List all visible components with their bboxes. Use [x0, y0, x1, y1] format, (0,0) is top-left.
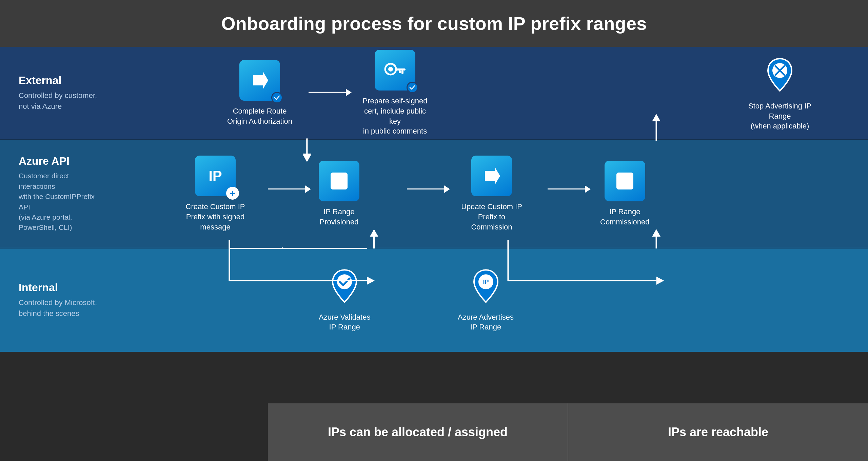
- svg-rect-4: [401, 71, 403, 74]
- external-desc: Controlled by customer, not via Azure: [19, 90, 102, 112]
- advertises-icon-wrap: IP: [469, 268, 503, 307]
- internal-content: Azure ValidatesIP Range IP Azure Adverti…: [108, 248, 868, 352]
- arrow-azure-3-4: [548, 185, 591, 193]
- arrow-azure-1-2: [268, 185, 311, 193]
- step-complete-roa: Complete RouteOrigin Authorization: [227, 60, 292, 126]
- row-azure: Azure API Customer direct interactionswi…: [0, 140, 868, 248]
- diagram-wrapper: External Controlled by customer, not via…: [0, 47, 868, 403]
- step-prepare-cert-icon-wrap: [375, 50, 415, 91]
- location-check-icon: [328, 268, 361, 305]
- key-icon: [384, 62, 406, 79]
- row-internal: Internal Controlled by Microsoft,behind …: [0, 248, 868, 352]
- external-title: External: [19, 74, 102, 87]
- internal-title: Internal: [19, 281, 102, 294]
- step-stop-advertising: Stop Advertising IP Range(when applicabl…: [744, 57, 815, 131]
- advertises-label: Azure AdvertisesIP Range: [458, 312, 514, 332]
- update-ip-tile: [471, 156, 512, 196]
- svg-marker-0: [253, 72, 268, 89]
- step-ip-commissioned-icon-wrap: [605, 161, 645, 201]
- ip-provisioned-tile: [319, 161, 359, 201]
- svg-rect-5: [399, 71, 401, 73]
- label-internal: Internal Controlled by Microsoft,behind …: [0, 248, 108, 352]
- status-allocatable-text: IPs can be allocated / assigned: [328, 425, 508, 439]
- update-ip-label: Update Custom IPPrefix to Commission: [458, 202, 526, 232]
- step-create-ip-icon-wrap: IP +: [195, 156, 236, 196]
- step-azure-validates: Azure ValidatesIP Range: [319, 268, 370, 332]
- ip-provisioned-label: IP RangeProvisioned: [320, 207, 359, 227]
- step-ip-provisioned: IP RangeProvisioned: [319, 161, 359, 227]
- row-external: External Controlled by customer, not via…: [0, 47, 868, 140]
- ip-text-icon: IP: [209, 169, 222, 183]
- validates-label: Azure ValidatesIP Range: [319, 312, 370, 332]
- svg-point-2: [388, 67, 393, 72]
- location-ip-icon: IP: [469, 268, 503, 305]
- arrow-azure-2-3: [407, 185, 450, 193]
- step-complete-roa-icon-wrap: [239, 60, 280, 101]
- ip-commissioned-tile: [605, 161, 645, 201]
- step-update-ip: Update Custom IPPrefix to Commission: [458, 156, 526, 232]
- svg-rect-3: [395, 68, 406, 71]
- complete-roa-label: Complete RouteOrigin Authorization: [227, 106, 292, 126]
- step-create-ip: IP + Create Custom IPPrefix with signed …: [180, 156, 251, 232]
- prepare-cert-label: Prepare self-signedcert, include public …: [359, 96, 431, 136]
- arrow-right-icon: [250, 70, 270, 91]
- ip-commissioned-label: IP RangeCommissioned: [600, 207, 650, 227]
- stop-advertising-label: Stop Advertising IP Range(when applicabl…: [744, 101, 815, 131]
- title-bar: Onboarding process for custom IP prefix …: [0, 0, 868, 47]
- square-icon-commissioned: [616, 173, 633, 189]
- svg-marker-9: [485, 167, 500, 184]
- status-reachable-text: IPs are reachable: [668, 425, 768, 439]
- validates-icon-wrap: [328, 268, 361, 307]
- step-update-ip-icon-wrap: [471, 156, 512, 196]
- status-bar: IPs can be allocated / assigned IPs are …: [0, 403, 868, 461]
- svg-text:IP: IP: [483, 279, 489, 285]
- status-spacer: [0, 403, 268, 461]
- square-icon-provisioned: [331, 173, 348, 189]
- check-badge-roa: [271, 92, 283, 103]
- internal-desc: Controlled by Microsoft,behind the scene…: [19, 297, 102, 319]
- check-icon-roa: [274, 95, 280, 100]
- create-ip-label: Create Custom IPPrefix with signed messa…: [180, 202, 251, 232]
- azure-desc: Customer direct interactionswith the Cus…: [19, 171, 102, 233]
- check-badge-cert: [407, 82, 418, 93]
- azure-content: IP + Create Custom IPPrefix with signed …: [108, 140, 868, 248]
- arrow-right-tile-icon: [481, 166, 502, 186]
- external-content: Complete RouteOrigin Authorization: [108, 47, 868, 139]
- step-prepare-cert: Prepare self-signedcert, include public …: [359, 50, 431, 136]
- plus-badge: +: [226, 187, 239, 200]
- step-azure-advertises: IP Azure AdvertisesIP Range: [458, 268, 514, 332]
- azure-title: Azure API: [19, 155, 102, 167]
- label-azure: Azure API Customer direct interactionswi…: [0, 140, 108, 248]
- arrow-ext-1-2: [309, 88, 352, 96]
- status-ips-reachable: IPs are reachable: [568, 403, 868, 461]
- step-ip-provisioned-icon-wrap: [319, 161, 359, 201]
- page-title: Onboarding process for custom IP prefix …: [14, 13, 854, 34]
- page-container: Onboarding process for custom IP prefix …: [0, 0, 868, 461]
- stop-advertising-icon-wrap: [763, 57, 797, 96]
- check-icon-cert: [409, 85, 415, 90]
- label-external: External Controlled by customer, not via…: [0, 47, 108, 139]
- status-ips-allocatable: IPs can be allocated / assigned: [268, 403, 568, 461]
- step-ip-commissioned: IP RangeCommissioned: [600, 161, 650, 227]
- location-x-icon: [763, 57, 797, 94]
